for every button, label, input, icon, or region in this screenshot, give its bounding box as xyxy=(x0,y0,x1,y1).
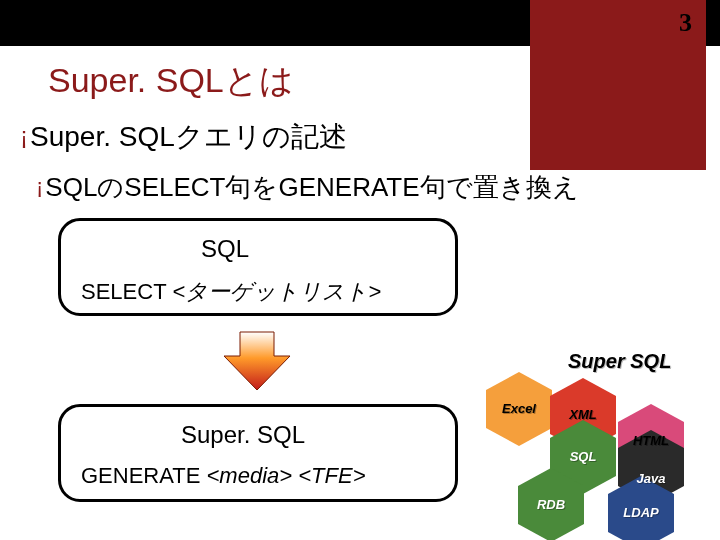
supersql-box: Super. SQL GENERATE <media> <TFE> xyxy=(58,404,458,502)
hex-excel: Excel xyxy=(486,390,552,428)
sub-bullet-text: SQLのSELECT句をGENERATE句で置き換え xyxy=(45,172,578,202)
sql-box: SQL SELECT <ターゲットリスト> xyxy=(58,218,458,316)
hex-label: SQL xyxy=(570,449,597,464)
generate-keyword: GENERATE xyxy=(81,463,207,488)
page-number: 3 xyxy=(679,8,692,38)
bullet-1: ¡Super. SQLクエリの記述 xyxy=(20,118,347,156)
bullet-text: Super. SQLクエリの記述 xyxy=(30,121,347,152)
sql-select-keyword: SELECT xyxy=(81,279,172,304)
hex-label: RDB xyxy=(537,497,565,512)
svg-marker-0 xyxy=(224,332,290,390)
hex-ldap: LDAP xyxy=(608,494,674,532)
hex-label: XML xyxy=(569,407,596,422)
hex-rdb: RDB xyxy=(518,486,584,524)
honeycomb-title: Super SQL xyxy=(568,350,671,373)
hex-label: HTML xyxy=(633,433,669,448)
slide-title: Super. SQLとは xyxy=(48,58,294,104)
sql-target-list: <ターゲットリスト> xyxy=(172,279,381,304)
bullet-icon: ¡ xyxy=(20,122,28,149)
sub-bullet: ¡SQLのSELECT句をGENERATE句で置き換え xyxy=(36,170,579,205)
hex-label: LDAP xyxy=(623,505,658,520)
generate-args: <media> <TFE> xyxy=(207,463,366,488)
sql-box-statement: SELECT <ターゲットリスト> xyxy=(81,277,381,307)
hex-label: Excel xyxy=(502,401,536,416)
supersql-box-label: Super. SQL xyxy=(181,421,305,449)
sql-box-label: SQL xyxy=(201,235,249,263)
honeycomb-diagram: Super SQL Excel XML SQL HTML Java RDB LD… xyxy=(478,350,714,530)
hex-label: Java xyxy=(637,471,666,486)
supersql-box-statement: GENERATE <media> <TFE> xyxy=(81,463,366,489)
bullet-icon: ¡ xyxy=(36,174,43,199)
down-arrow-icon xyxy=(222,330,292,392)
